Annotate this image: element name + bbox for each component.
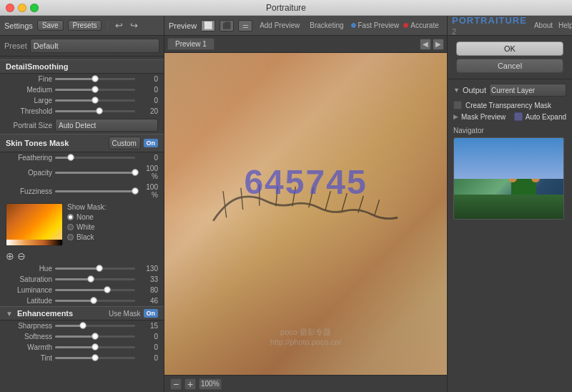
softness-label: Softness [6,333,52,340]
right-toolbar: PORTRAITURE 2 About Help [448,16,572,36]
ok-button[interactable]: OK [456,41,563,56]
bracketing-button[interactable]: Bracketing [307,21,346,30]
enhancements-on-badge[interactable]: On [144,309,159,318]
enhancements-collapse-icon[interactable]: ▼ [6,310,13,318]
nav-ground [454,195,563,219]
output-select[interactable]: Current Layer [489,84,566,97]
large-slider-row: Large 0 [0,95,164,106]
right-content: ▼ Output Current Layer Create Transparen… [448,79,572,392]
mask-white-row[interactable]: White [67,223,106,231]
watermark-line1: poco 摄影专题 [270,327,342,338]
warmth-slider-row: Warmth 0 [0,342,164,353]
mask-none-row[interactable]: None [67,213,106,221]
undo-icon[interactable]: ↩ [114,20,124,31]
zoom-select[interactable]: 100% [199,378,222,390]
softness-slider-row: Softness 0 [0,331,164,342]
threshold-track[interactable] [55,110,135,112]
next-arrow[interactable]: ▶ [433,39,444,50]
luminance-track[interactable] [55,289,135,291]
minus-icon: − [173,378,179,390]
feathering-slider-row: Feathering 0 [0,152,164,163]
create-transparency-label: Create Transparency Mask [465,102,551,109]
app-title: Portraiture [266,3,306,13]
preview-nav-arrows: ◀ ▶ [420,39,444,50]
fuzziness-slider-row: Fuzziness 100 % [0,182,164,200]
portrait-size-row: Portrait Size Auto Detect [0,117,164,134]
saturation-track[interactable] [55,278,135,280]
mask-preview-expand-icon[interactable]: ▶ [453,113,458,120]
eyedropper-minus-icon[interactable]: ⊖ [17,250,26,262]
mask-black-row[interactable]: Black [67,233,106,241]
warmth-value: 0 [138,343,158,351]
version-badge: 2 [452,27,457,36]
mask-none-radio[interactable] [67,214,74,220]
on-badge[interactable]: On [144,139,159,147]
tint-track[interactable] [55,357,135,359]
settings-label: Settings [4,21,33,30]
fuzziness-value: 100 % [138,183,158,199]
mask-white-radio[interactable] [67,224,74,230]
opacity-track[interactable] [55,172,135,174]
color-gradient-box[interactable] [6,203,63,246]
softness-track[interactable] [55,335,135,338]
help-button[interactable]: Help [557,21,572,29]
single-view-button[interactable]: ⬜ [201,20,215,31]
sharpness-track[interactable] [55,325,135,327]
large-track[interactable] [55,99,135,102]
fast-preview-radio[interactable]: Fast Preview [351,21,400,29]
split-view-button[interactable]: ⬛ [220,20,234,31]
medium-label: Medium [6,86,52,94]
output-label: Output [463,86,486,94]
fuzziness-label: Fuzziness [6,187,52,195]
tint-label: Tint [6,354,52,362]
create-transparency-checkbox[interactable] [453,101,462,109]
latitude-track[interactable] [55,300,135,302]
preset-row: Preset Default [0,36,164,57]
close-button[interactable] [6,4,14,12]
warmth-track[interactable] [55,346,135,348]
output-collapse-icon[interactable]: ▼ [453,87,460,94]
add-preview-button[interactable]: Add Preview [257,21,302,30]
medium-slider-row: Medium 0 [0,84,164,95]
preview-tab-bar: Preview 1 ◀ ▶ [164,36,447,53]
mask-black-radio[interactable] [67,234,74,240]
redo-icon[interactable]: ↪ [129,20,139,31]
zoom-minus-button[interactable]: − [170,378,182,390]
preview-tab-1[interactable]: Preview 1 [167,38,214,50]
maximize-button[interactable] [30,4,39,12]
plus-icon: + [187,378,193,390]
auto-expand-checkbox[interactable] [514,112,523,121]
tri-view-button[interactable]: ⚌ [238,20,252,31]
portraiture-logo: PORTRAITURE 2 [452,15,527,36]
logo-accent: URE [505,15,526,26]
mask-black-label: Black [77,233,94,241]
presets-button[interactable]: Presets [68,20,102,31]
fuzziness-track[interactable] [55,190,135,192]
prev-arrow[interactable]: ◀ [420,39,431,50]
luminance-slider-row: Luminance 80 [0,285,164,295]
save-button[interactable]: Save [37,20,64,31]
preset-select[interactable]: Default [30,39,159,53]
zoom-plus-button[interactable]: + [184,378,196,390]
portrait-size-label: Portrait Size [6,122,52,129]
fine-value: 0 [138,75,158,83]
portrait-size-select[interactable]: Auto Detect [55,119,158,132]
output-row: ▼ Output Current Layer [453,84,566,97]
preset-label: Preset [4,41,27,50]
skin-mode-select[interactable]: Custom [109,137,141,150]
hue-track[interactable] [55,268,135,270]
main-layout: Settings Save Presets ↩ ↪ Preset Default… [0,16,572,392]
cancel-button[interactable]: Cancel [456,59,563,73]
fine-track[interactable] [55,78,135,80]
accurate-label: Accurate [410,21,438,29]
navigator-label: Navigator [453,127,566,134]
minimize-button[interactable] [18,4,26,12]
eyedropper-icon[interactable]: ⊕ [6,250,14,262]
feathering-track[interactable] [55,157,135,159]
enhancements-label: Enhancements [17,309,106,318]
medium-track[interactable] [55,89,135,91]
title-bar: Portraiture [0,0,572,16]
about-button[interactable]: About [533,21,554,29]
warmth-label: Warmth [6,343,52,351]
accurate-radio[interactable]: Accurate [403,21,438,29]
